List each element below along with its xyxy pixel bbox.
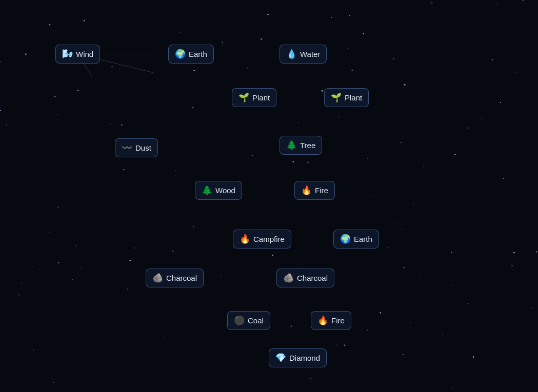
node-charcoal2[interactable]: 🪨Charcoal (276, 269, 334, 287)
svg-line-3 (136, 54, 154, 77)
node-plant2[interactable]: 🌱Plant (324, 88, 369, 107)
wind-label: Wind (76, 50, 93, 58)
node-charcoal1[interactable]: 🪨Charcoal (146, 269, 204, 287)
water-emoji: 💧 (286, 49, 297, 59)
earth1-emoji: 🌍 (175, 49, 186, 59)
node-earth1[interactable]: 🌍Earth (168, 45, 214, 64)
dust-label: Dust (135, 143, 151, 152)
plant1-emoji: 🌱 (238, 92, 249, 103)
charcoal2-emoji: 🪨 (283, 273, 294, 283)
node-earth2[interactable]: 🌍Earth (333, 230, 379, 249)
node-dust[interactable]: 〰️Dust (115, 138, 158, 157)
earth2-label: Earth (354, 235, 372, 243)
node-fire1[interactable]: 🔥Fire (294, 181, 335, 200)
tree-emoji: 🌲 (286, 140, 297, 151)
node-tree[interactable]: 🌲Tree (280, 136, 322, 155)
charcoal1-label: Charcoal (166, 274, 197, 282)
connections-svg (0, 0, 154, 77)
earth2-emoji: 🌍 (340, 234, 351, 244)
fire2-emoji: 🔥 (317, 315, 328, 326)
node-water[interactable]: 💧Water (280, 45, 327, 64)
water-label: Water (300, 50, 320, 58)
charcoal2-label: Charcoal (297, 274, 328, 282)
campfire-label: Campfire (253, 235, 285, 243)
plant2-label: Plant (345, 93, 362, 102)
node-wind[interactable]: 🌬️Wind (55, 45, 100, 64)
node-plant1[interactable]: 🌱Plant (232, 88, 276, 107)
coal-emoji: ⚫ (234, 315, 245, 326)
fire2-label: Fire (331, 316, 345, 325)
coal-label: Coal (248, 316, 264, 325)
node-fire2[interactable]: 🔥Fire (311, 311, 351, 330)
node-wood[interactable]: 🌲Wood (195, 181, 242, 200)
wood-label: Wood (215, 186, 235, 195)
diamond-emoji: 💎 (275, 353, 286, 363)
dust-emoji: 〰️ (122, 142, 132, 153)
plant1-label: Plant (252, 93, 270, 102)
node-coal[interactable]: ⚫Coal (227, 311, 270, 330)
node-diamond[interactable]: 💎Diamond (269, 348, 327, 367)
charcoal1-emoji: 🪨 (152, 273, 163, 283)
diamond-label: Diamond (289, 354, 320, 362)
campfire-emoji: 🔥 (240, 234, 250, 244)
plant2-emoji: 🌱 (331, 92, 342, 103)
tree-label: Tree (300, 141, 315, 150)
node-campfire[interactable]: 🔥Campfire (233, 230, 291, 249)
fire1-label: Fire (315, 186, 328, 195)
earth1-label: Earth (189, 50, 207, 58)
wind-emoji: 🌬️ (62, 49, 73, 59)
wood-emoji: 🌲 (202, 185, 212, 196)
fire1-emoji: 🔥 (301, 185, 312, 196)
